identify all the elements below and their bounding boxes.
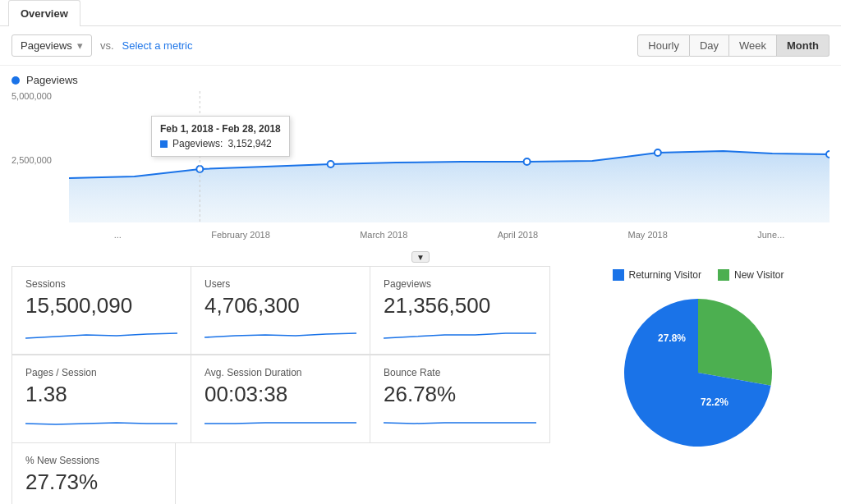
tab-overview[interactable]: Overview bbox=[8, 0, 80, 26]
metric-card-new-sessions: % New Sessions 27.73% bbox=[11, 443, 176, 504]
period-week[interactable]: Week bbox=[729, 34, 777, 57]
sparkline-pages-session bbox=[25, 412, 177, 432]
sparkline-users bbox=[205, 323, 356, 343]
metric-card-bounce-rate: Bounce Rate 26.78% bbox=[370, 355, 549, 442]
metric-label-users: Users bbox=[205, 278, 356, 290]
sparkline-bounce-rate bbox=[384, 412, 536, 432]
metric-value-pageviews: 21,356,500 bbox=[384, 293, 536, 318]
metric-label-bounce-rate: Bounce Rate bbox=[384, 367, 536, 378]
pie-section: Returning Visitor New Visitor bbox=[550, 266, 830, 504]
metric-dropdown[interactable]: Pageviews ▾ bbox=[11, 34, 92, 57]
pie-chart-wrapper: 27.8% 72.2% bbox=[616, 291, 780, 455]
metrics-grid-bottom: Pages / Session 1.38 Avg. Session Durati… bbox=[11, 355, 550, 443]
tooltip-square-icon bbox=[160, 140, 168, 148]
metric-dropdown-label: Pageviews bbox=[21, 39, 72, 52]
metric-value-new-sessions: 27.73% bbox=[25, 470, 162, 495]
new-visitor-label: New Visitor bbox=[734, 269, 784, 281]
y-label-mid: 2,500,000 bbox=[11, 155, 69, 165]
period-day[interactable]: Day bbox=[690, 34, 729, 57]
x-label-3: April 2018 bbox=[498, 230, 539, 240]
vs-label: vs. bbox=[100, 39, 114, 52]
metric-value-users: 4,706,300 bbox=[205, 293, 356, 318]
tooltip-metric-value: 3,152,942 bbox=[227, 138, 271, 149]
period-hourly[interactable]: Hourly bbox=[637, 34, 690, 57]
tooltip-value: Pageviews: 3,152,942 bbox=[160, 138, 281, 149]
x-label-1: February 2018 bbox=[211, 230, 270, 240]
x-axis: ... February 2018 March 2018 April 2018 … bbox=[69, 222, 830, 247]
chart-svg bbox=[69, 91, 830, 222]
y-label-top: 5,000,000 bbox=[11, 91, 69, 101]
pie-label-new: 27.8% bbox=[658, 332, 686, 344]
metric-label-pageviews: Pageviews bbox=[384, 278, 536, 290]
metric-value-pages-session: 1.38 bbox=[25, 382, 177, 407]
chart-legend-dot bbox=[11, 76, 20, 85]
dropdown-arrow-icon: ▾ bbox=[77, 39, 83, 52]
metric-value-avg-duration: 00:03:38 bbox=[205, 382, 356, 407]
metric-value-sessions: 15,500,090 bbox=[25, 293, 177, 318]
metric-card-pages-session: Pages / Session 1.38 bbox=[12, 355, 191, 442]
chart-container: 5,000,000 2,500,000 bbox=[11, 91, 830, 247]
pie-legend-returning: Returning Visitor bbox=[613, 269, 702, 281]
tooltip-metric-label: Pageviews: bbox=[172, 138, 223, 149]
metric-label-pages-session: Pages / Session bbox=[25, 367, 177, 378]
scroll-indicator: ▼ bbox=[11, 247, 830, 266]
scroll-down-icon[interactable]: ▼ bbox=[411, 251, 430, 263]
metric-label-avg-duration: Avg. Session Duration bbox=[205, 367, 356, 378]
pie-label-returning: 72.2% bbox=[701, 396, 728, 408]
chart-area: Pageviews 5,000,000 2,500,000 bbox=[0, 66, 841, 266]
sparkline-avg-duration bbox=[205, 412, 356, 432]
pie-legend: Returning Visitor New Visitor bbox=[613, 269, 784, 281]
metric-card-sessions: Sessions 15,500,090 bbox=[12, 267, 191, 355]
period-month[interactable]: Month bbox=[777, 34, 830, 57]
select-metric-link[interactable]: Select a metric bbox=[122, 39, 193, 52]
chart-legend: Pageviews bbox=[11, 74, 830, 86]
extra-metrics: % New Sessions 27.73% bbox=[11, 443, 550, 504]
tooltip-title: Feb 1, 2018 - Feb 28, 2018 bbox=[160, 123, 281, 135]
datapoint-4 bbox=[655, 149, 661, 156]
x-label-0: ... bbox=[114, 230, 122, 240]
y-axis: 5,000,000 2,500,000 bbox=[11, 91, 69, 222]
chart-plot: Feb 1, 2018 - Feb 28, 2018 Pageviews: 3,… bbox=[69, 91, 830, 222]
sparkline-pageviews bbox=[384, 323, 536, 343]
new-color-swatch bbox=[718, 269, 729, 281]
metrics-and-pie: Sessions 15,500,090 Users 4,706,300 Page… bbox=[0, 266, 841, 504]
pie-chart-svg: 27.8% 72.2% bbox=[616, 291, 780, 455]
x-label-2: March 2018 bbox=[360, 230, 407, 240]
metric-card-pageviews: Pageviews 21,356,500 bbox=[370, 267, 549, 355]
metric-card-avg-duration: Avg. Session Duration 00:03:38 bbox=[191, 355, 370, 442]
x-label-4: May 2018 bbox=[628, 230, 668, 240]
datapoint-2 bbox=[328, 161, 334, 167]
period-buttons: Hourly Day Week Month bbox=[637, 34, 830, 57]
metrics-grid-wrapper: Sessions 15,500,090 Users 4,706,300 Page… bbox=[11, 266, 550, 504]
toolbar: Pageviews ▾ vs. Select a metric Hourly D… bbox=[0, 26, 841, 66]
datapoint-3 bbox=[524, 158, 531, 165]
metric-value-bounce-rate: 26.78% bbox=[384, 382, 536, 407]
pie-legend-new: New Visitor bbox=[718, 269, 784, 281]
datapoint-5 bbox=[826, 151, 830, 158]
metric-card-users: Users 4,706,300 bbox=[191, 267, 370, 355]
x-label-5: June... bbox=[757, 230, 784, 240]
metric-label-new-sessions: % New Sessions bbox=[25, 455, 162, 466]
sparkline-sessions bbox=[25, 323, 177, 343]
metrics-grid-top: Sessions 15,500,090 Users 4,706,300 Page… bbox=[11, 266, 550, 355]
sparkline-new-sessions bbox=[25, 500, 162, 504]
tab-bar: Overview bbox=[0, 0, 841, 26]
pie-slice-new bbox=[698, 299, 772, 386]
returning-label: Returning Visitor bbox=[629, 269, 702, 281]
returning-color-swatch bbox=[613, 269, 624, 281]
metric-label-sessions: Sessions bbox=[25, 278, 177, 290]
chart-legend-label: Pageviews bbox=[26, 74, 78, 86]
chart-tooltip: Feb 1, 2018 - Feb 28, 2018 Pageviews: 3,… bbox=[151, 116, 290, 157]
